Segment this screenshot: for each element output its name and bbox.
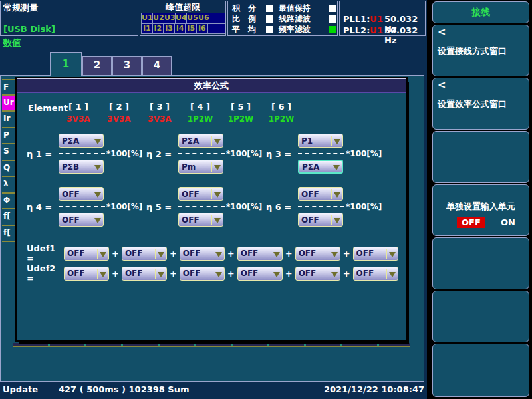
averaging-label: 平 均 xyxy=(232,24,256,35)
dd-separator xyxy=(92,189,92,199)
peak-indicator-i-spare xyxy=(207,23,225,34)
function-item-f[interactable]: F xyxy=(2,79,15,96)
function-item-s[interactable]: S xyxy=(2,144,15,161)
udef1-term4-select[interactable]: OFF xyxy=(237,247,283,261)
sidebar-empty-panel-3 xyxy=(432,291,529,342)
element-column-5: [ 5 ] 1P2W xyxy=(221,102,261,124)
eta2-numerator-select[interactable]: PΣA xyxy=(178,134,223,148)
integration-label: 积 分 xyxy=(232,3,256,14)
independent-unit-on-button[interactable]: ON xyxy=(501,217,515,227)
fraction-bar xyxy=(59,153,105,154)
chevron-down-icon xyxy=(331,272,338,281)
udef2-term4-select[interactable]: OFF xyxy=(237,267,283,281)
function-item-q[interactable]: Q xyxy=(2,161,15,178)
udef2-term5-select[interactable]: OFF xyxy=(295,267,340,281)
independent-unit-off-button[interactable]: OFF xyxy=(457,217,485,228)
udef1-term6-select[interactable]: OFF xyxy=(353,247,398,261)
element-column-3: [ 3 ] 3V3A xyxy=(140,102,180,124)
element-wiring: 3V3A xyxy=(59,114,98,124)
scaling-row: 比 例 xyxy=(232,13,273,24)
tab-3[interactable]: 3 xyxy=(112,56,142,75)
eta3-denominator-select-focused[interactable]: PΣA xyxy=(298,160,343,174)
eta1-numerator-select[interactable]: PΣA xyxy=(59,134,104,148)
eta4-formula: η 4 = OFF OFF *100[%] xyxy=(27,187,142,227)
wiring-settings-button[interactable]: < 设置接线方式窗口 xyxy=(432,25,529,76)
dd-separator xyxy=(211,189,212,199)
udef1-term5-select[interactable]: OFF xyxy=(295,247,340,261)
eta1-denominator-select[interactable]: PΣB xyxy=(59,160,104,174)
eta6-numerator-select[interactable]: OFF xyxy=(298,187,343,201)
dd-separator xyxy=(97,249,98,259)
chevron-down-icon xyxy=(214,192,221,201)
peak-indicator-u2: U2 xyxy=(152,13,164,23)
datetime-label: 2021/12/22 10:08:47 xyxy=(279,384,424,394)
max-hold-label: 最值保持 xyxy=(279,3,311,14)
freq-filter-checkbox[interactable] xyxy=(329,26,336,33)
plus-sign: + xyxy=(343,249,350,259)
dd-value: OFF xyxy=(180,267,213,279)
max-hold-checkbox[interactable] xyxy=(329,5,336,12)
tab-4[interactable]: 4 xyxy=(142,56,172,75)
function-item-fu[interactable]: f[ xyxy=(2,209,15,226)
peak-voltage-row: U1 U2 U3 U4 U5 U6 xyxy=(142,13,225,23)
integration-checkbox[interactable] xyxy=(266,5,273,12)
dd-separator xyxy=(155,249,156,259)
dd-separator xyxy=(271,269,271,279)
averaging-column: 积 分 比 例 平 均 xyxy=(232,3,273,35)
scaling-checkbox[interactable] xyxy=(266,15,273,23)
eta3-numerator-select[interactable]: P1 xyxy=(298,134,343,148)
dd-separator xyxy=(211,136,212,146)
chevron-down-icon xyxy=(273,252,280,261)
element-wiring: 1P2W xyxy=(221,114,261,124)
function-item-urms-selected[interactable]: Ur xyxy=(2,96,15,112)
efficiency-formula-button[interactable]: < 设置效率公式窗口 xyxy=(432,78,529,130)
sidebar-empty-panel-1 xyxy=(432,131,529,183)
udef2-term6-select[interactable]: OFF xyxy=(353,267,398,281)
dd-value: OFF xyxy=(59,214,92,226)
element-wiring: 3V3A xyxy=(99,114,139,124)
function-item-p[interactable]: P xyxy=(2,128,15,145)
peak-indicator-u6: U6 xyxy=(198,13,209,23)
function-item-fi[interactable]: f[ xyxy=(2,226,15,243)
chevron-down-icon xyxy=(94,139,101,148)
dd-separator xyxy=(211,162,212,172)
pll2-source: U1 xyxy=(370,25,384,45)
dd-separator xyxy=(92,162,92,172)
udef1-term1-select[interactable]: OFF xyxy=(64,247,109,261)
sidebar-title-panel: 接线 xyxy=(432,1,529,23)
chevron-down-icon xyxy=(334,192,340,201)
eta5-denominator-select[interactable]: OFF xyxy=(178,213,223,227)
chevron-down-icon xyxy=(214,218,221,227)
dialog-title: 效率公式 xyxy=(17,79,406,93)
filter-column: 最值保持 线路滤波 频率滤波 xyxy=(279,3,336,35)
plus-sign: + xyxy=(343,269,350,279)
udef2-term3-select[interactable]: OFF xyxy=(180,267,225,281)
udef1-term2-select[interactable]: OFF xyxy=(122,247,167,261)
line-filter-checkbox[interactable] xyxy=(329,15,336,23)
eta5-numerator-select[interactable]: OFF xyxy=(178,187,223,201)
tab-2[interactable]: 2 xyxy=(82,56,112,75)
udef2-term2-select[interactable]: OFF xyxy=(122,267,167,281)
function-item-lambda[interactable]: λ xyxy=(2,177,15,194)
eta4-denominator-select[interactable]: OFF xyxy=(59,213,104,227)
function-item-irms[interactable]: Ir xyxy=(2,112,15,128)
peak-indicator-i1: I1 xyxy=(141,23,153,34)
dd-separator xyxy=(386,249,387,259)
eta4-numerator-select[interactable]: OFF xyxy=(59,187,104,201)
dd-value: OFF xyxy=(65,267,97,279)
averaging-checkbox[interactable] xyxy=(266,26,273,33)
averaging-row: 平 均 xyxy=(232,24,273,35)
tab-1[interactable]: 1 xyxy=(50,52,82,76)
udef1-row: Udef1 = OFF + OFF + OFF + OFF + OFF + OF… xyxy=(27,243,398,263)
udef2-term1-select[interactable]: OFF xyxy=(64,267,109,281)
eta5-formula: η 5 = OFF OFF *100[%] xyxy=(146,187,262,227)
udef1-term3-select[interactable]: OFF xyxy=(180,247,225,261)
function-item-phi[interactable]: Φ xyxy=(2,194,15,210)
peak-indicator-u5: U5 xyxy=(186,13,198,23)
wiring-settings-label: 设置接线方式窗口 xyxy=(438,45,507,57)
eta2-denominator-select[interactable]: Pm xyxy=(178,160,223,174)
mode-label: 常规测量 xyxy=(3,2,38,14)
udef1-label: Udef1 = xyxy=(27,243,64,263)
element-column-2: [ 2 ] 3V3A xyxy=(99,102,139,124)
eta6-denominator-select[interactable]: OFF xyxy=(298,213,343,227)
